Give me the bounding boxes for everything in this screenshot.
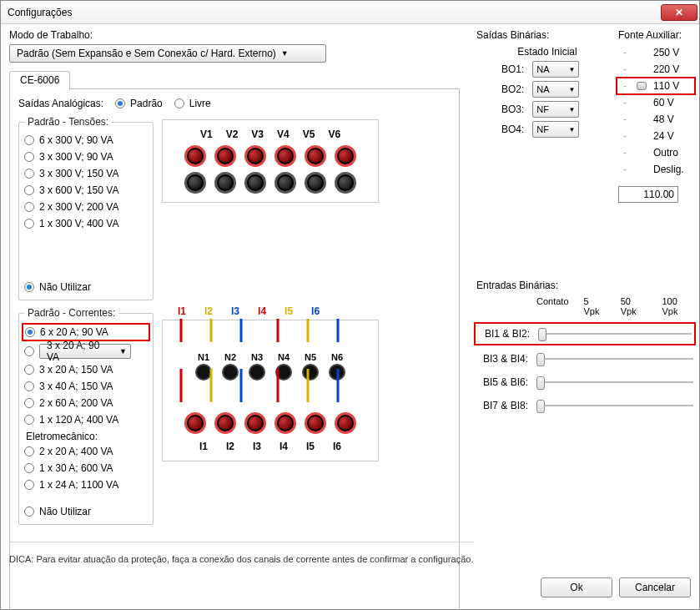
bo2-dropdown[interactable]: NA▼ bbox=[532, 81, 579, 98]
radio-icon bbox=[25, 327, 35, 337]
n1: N1 bbox=[195, 352, 212, 381]
slider-thumb-icon[interactable] bbox=[536, 376, 545, 390]
bo1-row: BO1: NA▼ bbox=[501, 61, 593, 78]
chevron-down-icon: ▼ bbox=[568, 126, 575, 134]
content: Modo de Trabalho: Padrão (Sem Expansão e… bbox=[9, 29, 691, 601]
tip-text: DICA: Para evitar atuação da proteção, f… bbox=[9, 554, 473, 564]
slider-thumb-icon[interactable] bbox=[536, 353, 545, 366]
n6: N6 bbox=[329, 352, 345, 381]
radio-icon bbox=[24, 152, 34, 162]
config-window: Configurações ✕ Modo de Trabalho: Padrão… bbox=[0, 0, 700, 610]
jack-icon bbox=[305, 412, 326, 434]
jack-icon bbox=[274, 172, 296, 194]
radio-icon bbox=[24, 365, 34, 375]
radio-icon bbox=[24, 480, 34, 490]
n4: N4 bbox=[275, 352, 292, 381]
eletromecanico-title: Eletromecânico: bbox=[26, 431, 148, 442]
jack-icon bbox=[274, 412, 296, 434]
corrente-opt-2[interactable]: 3 x 20 A; 150 VA bbox=[24, 364, 148, 376]
corrente-opt-5[interactable]: 1 x 120 A; 400 VA bbox=[24, 414, 148, 426]
tensao-opt-0[interactable]: 6 x 300 V; 90 VA bbox=[24, 134, 148, 146]
analog-outputs-row: Saídas Analógicas: Padrão Livre bbox=[18, 98, 451, 109]
corrente-nao-utilizar[interactable]: Não Utilizar bbox=[24, 506, 148, 517]
radio-icon bbox=[24, 169, 34, 179]
tensao-opt-5[interactable]: 1 x 300 V; 400 VA bbox=[24, 218, 148, 229]
elet-opt-1[interactable]: 1 x 30 A; 600 VA bbox=[24, 462, 148, 474]
corrente-opt-4[interactable]: 2 x 60 A; 200 VA bbox=[24, 397, 148, 409]
current-red-jacks bbox=[184, 412, 356, 434]
tab-ce6006[interactable]: CE-6006 bbox=[9, 71, 70, 90]
aux-250v[interactable]: -250 V bbox=[618, 46, 693, 59]
slider-thumb-icon[interactable] bbox=[637, 82, 647, 90]
chevron-down-icon: ▼ bbox=[281, 49, 289, 58]
tensao-opt-1[interactable]: 3 x 300 V; 90 VA bbox=[24, 151, 148, 163]
neutral-row: N1 N2 N3 N4 N5 N6 bbox=[195, 352, 345, 381]
radio-icon bbox=[24, 507, 34, 517]
bo4-label: BO4: bbox=[501, 124, 524, 135]
slider-thumb-icon[interactable] bbox=[536, 400, 545, 413]
elet-opt-2[interactable]: 1 x 24 A; 1100 VA bbox=[24, 479, 148, 491]
corrente-opt-1-dropdown[interactable]: 3 x 20 A; 90 VA▼ bbox=[39, 344, 131, 359]
aux-220v[interactable]: -220 V bbox=[618, 63, 693, 76]
close-button[interactable]: ✕ bbox=[661, 4, 697, 21]
bo1-label: BO1: bbox=[501, 63, 524, 75]
bi3-bi4-slider[interactable] bbox=[536, 351, 693, 366]
aux-source-slider[interactable]: -250 V -220 V -110 V -60 V -48 V -24 V -… bbox=[618, 46, 693, 176]
tick-icon: - bbox=[620, 97, 630, 108]
jack-icon bbox=[335, 145, 356, 167]
slider-thumb-icon[interactable] bbox=[538, 328, 546, 341]
jack-icon bbox=[249, 364, 265, 381]
corrente-opt-1[interactable]: 3 x 20 A; 90 VA▼ bbox=[24, 344, 148, 359]
radio-icon bbox=[24, 463, 34, 473]
tensao-opt-3[interactable]: 3 x 600 V; 150 VA bbox=[24, 184, 148, 196]
aux-source-value[interactable] bbox=[618, 186, 678, 203]
radio-icon bbox=[24, 219, 34, 229]
tensoes-legend: Padrão - Tensões: bbox=[24, 116, 112, 128]
bi5-bi6-slider[interactable] bbox=[536, 375, 693, 390]
bo1-dropdown[interactable]: NA▼ bbox=[532, 61, 579, 78]
workmode-dropdown[interactable]: Padrão (Sem Expansão e Sem Conexão c/ Ha… bbox=[9, 44, 326, 63]
jack-icon bbox=[302, 364, 319, 381]
window-title: Configurações bbox=[8, 7, 661, 18]
jack-icon bbox=[244, 145, 266, 167]
corrente-opt-0[interactable]: 6 x 20 A; 90 VA bbox=[24, 325, 148, 339]
radio-icon bbox=[24, 381, 34, 391]
ok-button[interactable]: Ok bbox=[541, 577, 612, 597]
current-bottom-labels: I1 I2 I3 I4 I5 I6 bbox=[199, 441, 341, 452]
analog-livre-radio[interactable]: Livre bbox=[174, 98, 211, 109]
tensao-nao-utilizar[interactable]: Não Utilizar bbox=[24, 281, 148, 293]
tensao-opt-2[interactable]: 3 x 300 V; 150 VA bbox=[24, 168, 148, 179]
voltage-black-jacks bbox=[184, 172, 356, 194]
tab-body: Saídas Analógicas: Padrão Livre Padrão -… bbox=[9, 89, 460, 610]
aux-outro[interactable]: -Outro bbox=[618, 146, 693, 159]
radio-icon bbox=[115, 98, 125, 108]
jack-icon bbox=[244, 412, 266, 434]
aux-110v[interactable]: -110 V bbox=[618, 79, 693, 93]
dialog-buttons: Ok Cancelar bbox=[541, 577, 691, 597]
aux-60v[interactable]: -60 V bbox=[618, 96, 693, 109]
bi1-bi2-slider[interactable] bbox=[538, 326, 692, 341]
current-panel: I1 I2 I3 I4 I5 I6 bbox=[162, 320, 379, 461]
aux-48v[interactable]: -48 V bbox=[618, 113, 693, 126]
tensao-opt-4[interactable]: 2 x 300 V; 200 VA bbox=[24, 201, 148, 213]
chevron-down-icon: ▼ bbox=[568, 106, 575, 113]
jack-icon bbox=[184, 412, 206, 434]
bo4-dropdown[interactable]: NF▼ bbox=[532, 121, 579, 138]
jack-icon bbox=[214, 172, 236, 194]
bi3-bi4-row: BI3 & BI4: bbox=[476, 351, 693, 366]
bi5-bi6-row: BI5 & BI6: bbox=[476, 375, 693, 390]
cancel-button[interactable]: Cancelar bbox=[619, 577, 691, 597]
corrente-opt-3[interactable]: 3 x 40 A; 150 VA bbox=[24, 381, 148, 392]
n3: N3 bbox=[249, 352, 265, 381]
chevron-down-icon: ▼ bbox=[568, 66, 575, 73]
voltage-panel: V1 V2 V3 V4 V5 V6 bbox=[162, 119, 379, 203]
tick-icon: - bbox=[620, 80, 630, 92]
jack-icon bbox=[335, 172, 356, 194]
bi7-bi8-slider[interactable] bbox=[536, 398, 693, 413]
aux-24v[interactable]: -24 V bbox=[618, 129, 693, 143]
aux-deslig[interactable]: -Deslig. bbox=[618, 163, 693, 176]
analog-padrao-radio[interactable]: Padrão bbox=[115, 98, 163, 109]
bo3-dropdown[interactable]: NF▼ bbox=[532, 101, 579, 118]
elet-opt-0[interactable]: 2 x 20 A; 400 VA bbox=[24, 446, 148, 457]
tabstrip: CE-6006 bbox=[9, 69, 460, 89]
